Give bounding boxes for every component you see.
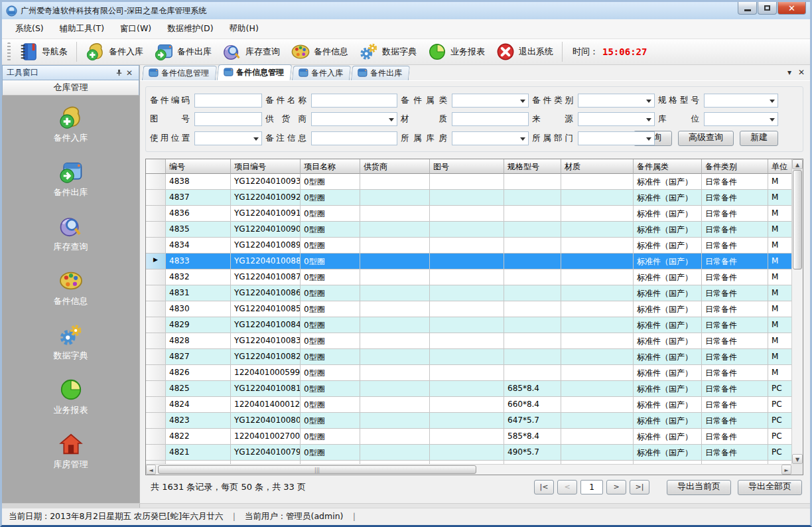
table-row[interactable]: 482612204010005990型圈标准件（国产）日常备件M xyxy=(146,365,791,381)
close-icon[interactable]: ✕ xyxy=(124,68,135,78)
field-select-r1c3[interactable] xyxy=(452,94,529,108)
field-select-r1c5[interactable] xyxy=(704,94,778,108)
field-select-r3c1[interactable] xyxy=(194,131,262,145)
field-select-r2c5[interactable] xyxy=(704,112,778,126)
toolbar-button-4[interactable]: 库存查询 xyxy=(217,40,285,64)
column-header-selector[interactable] xyxy=(146,159,166,174)
table-row[interactable]: 4836YG122040100910型圈标准件（国产）日常备件M xyxy=(146,206,791,222)
menu-item-5[interactable]: 帮助(H) xyxy=(222,20,267,38)
table-row[interactable]: 482212204010027000型圈585*8.4标准件（国产）日常备件PC xyxy=(146,429,791,445)
scroll-right-icon[interactable]: ► xyxy=(781,465,791,475)
cell: PC xyxy=(768,413,791,429)
toolbar-button-7[interactable]: 业务报表 xyxy=(422,40,490,64)
toolbar-button-1[interactable]: 导航条 xyxy=(13,40,73,64)
status-bar: 当前日期 : 2013年8月2日星期五 农历癸巳[蛇]年六月廿六 ｜ 当前用户 … xyxy=(2,508,810,525)
field-input-r2c3[interactable] xyxy=(452,112,529,126)
sidebar-item-7[interactable]: 库房管理 xyxy=(54,431,88,471)
sidebar-item-6[interactable]: 业务报表 xyxy=(54,377,88,416)
field-select-r2c4[interactable] xyxy=(578,112,655,126)
table-row[interactable]: 4837YG122040100920型圈标准件（国产）日常备件M xyxy=(146,190,791,206)
table-row[interactable]: 4829YG122040100840型圈标准件（国产）日常备件M xyxy=(146,317,791,333)
close-button[interactable]: ✕ xyxy=(778,2,806,15)
tab-1[interactable]: 备件信息管理 xyxy=(142,66,217,80)
toolbar-button-3[interactable]: 备件出库 xyxy=(149,40,217,64)
vertical-scroll-thumb[interactable] xyxy=(793,170,802,269)
menu-item-2[interactable]: 辅助工具(T) xyxy=(52,20,112,38)
field-select-r3c4[interactable] xyxy=(578,131,655,145)
column-header-供货商[interactable]: 供货商 xyxy=(360,159,430,174)
new-button[interactable]: 新建 xyxy=(740,131,778,146)
cell: 日常备件 xyxy=(702,222,768,238)
table-row[interactable]: 482412204014000120型圈660*8.4标准件（国产）日常备件PC xyxy=(146,397,791,413)
export-all-pages-button[interactable]: 导出全部页 xyxy=(738,480,802,495)
vertical-scrollbar[interactable]: ▲ ▼ xyxy=(791,159,803,464)
sidebar-item-4[interactable]: 备件信息 xyxy=(54,268,88,307)
warehouse-group-header[interactable]: 仓库管理 xyxy=(2,80,139,96)
minimize-button[interactable] xyxy=(738,2,757,15)
field-input-r3c2[interactable] xyxy=(311,131,397,145)
menu-item-3[interactable]: 窗口(W) xyxy=(112,20,159,38)
field-select-r3c3[interactable] xyxy=(452,131,529,145)
column-header-项目名称[interactable]: 项目名称 xyxy=(301,159,360,174)
prev-page-button[interactable]: < xyxy=(557,480,577,494)
field-select-r1c4[interactable] xyxy=(578,94,655,108)
column-header-备件属类[interactable]: 备件属类 xyxy=(634,159,702,174)
column-header-编号[interactable]: 编号 xyxy=(166,159,231,174)
sidebar-item-3[interactable]: 库存查询 xyxy=(54,214,88,253)
table-row[interactable]: 4828YG122040100830型圈标准件（国产）日常备件M xyxy=(146,333,791,349)
field-input-r2c1[interactable] xyxy=(194,112,262,126)
cell: M xyxy=(768,174,791,190)
search-form-buttons: 查询高级查询新建 xyxy=(658,131,778,146)
table-row[interactable]: 4832YG122040100870型圈标准件（国产）日常备件M xyxy=(146,269,791,285)
sidebar-item-2[interactable]: 备件出库 xyxy=(54,159,88,198)
table-row[interactable]: 4831YG122040100860型圈标准件（国产）日常备件M xyxy=(146,285,791,301)
cell: M xyxy=(768,190,791,206)
tab-4[interactable]: 备件出库 xyxy=(351,66,410,80)
tab-list-chevron-down-icon[interactable]: ▾ xyxy=(787,68,791,77)
maximize-button[interactable] xyxy=(758,2,777,15)
tab-3[interactable]: 备件入库 xyxy=(292,66,351,80)
last-page-button[interactable]: >| xyxy=(630,480,649,494)
table-row[interactable]: 4834YG122040100890型圈标准件（国产）日常备件M xyxy=(146,238,791,254)
table-row[interactable]: ▶4833YG122040100880型圈标准件（国产）日常备件M xyxy=(146,254,791,269)
pin-icon[interactable] xyxy=(113,68,124,78)
column-header-项目编号[interactable]: 项目编号 xyxy=(231,159,301,174)
table-row[interactable]: 4827YG122040100820型圈标准件（国产）日常备件M xyxy=(146,349,791,365)
next-page-button[interactable]: > xyxy=(606,480,626,494)
scroll-down-icon[interactable]: ▼ xyxy=(792,454,803,464)
column-header-材质[interactable]: 材质 xyxy=(561,159,634,174)
table-row[interactable]: 4830YG122040100850型圈标准件（国产）日常备件M xyxy=(146,301,791,317)
toolbar-button-6[interactable]: 数据字典 xyxy=(354,40,422,64)
column-header-单位[interactable]: 单位 xyxy=(768,159,791,174)
menu-item-1[interactable]: 系统(S) xyxy=(7,20,52,38)
toolbar-button-8[interactable]: 退出系统 xyxy=(490,40,559,64)
table-row[interactable]: 4825YG122040100810型圈685*8.4标准件（国产）日常备件PC xyxy=(146,381,791,397)
toolbar-grip[interactable] xyxy=(7,42,11,61)
menu-item-4[interactable]: 数据维护(D) xyxy=(159,20,221,38)
toolbar-button-2[interactable]: 备件入库 xyxy=(80,40,149,64)
table-row[interactable]: 4823YG122040100800型圈647*5.7标准件（国产）日常备件PC xyxy=(146,413,791,429)
horizontal-scrollbar[interactable]: ◄ ► xyxy=(146,464,791,475)
advanced-query-button[interactable]: 高级查询 xyxy=(678,131,734,146)
table-row[interactable]: 4838YG122040100930型圈标准件（国产）日常备件M xyxy=(146,174,791,190)
export-current-page-button[interactable]: 导出当前页 xyxy=(667,480,731,495)
sidebar-item-1[interactable]: 备件入库 xyxy=(54,105,88,144)
first-page-button[interactable]: |< xyxy=(534,480,554,494)
horizontal-scroll-thumb[interactable] xyxy=(158,465,476,474)
table-row[interactable]: 4835YG122040100900型圈标准件（国产）日常备件M xyxy=(146,222,791,238)
tab-close-icon[interactable]: ✕ xyxy=(798,68,805,77)
tab-2[interactable]: 备件信息管理 xyxy=(217,64,293,80)
scroll-left-icon[interactable]: ◄ xyxy=(146,465,156,475)
column-header-规格型号[interactable]: 规格型号 xyxy=(504,159,561,174)
column-header-图号[interactable]: 图号 xyxy=(430,159,504,174)
field-input-r1c2[interactable] xyxy=(311,94,397,108)
field-select-r2c2[interactable] xyxy=(311,112,397,126)
cell xyxy=(360,238,430,254)
page-number-input[interactable]: 1 xyxy=(580,480,603,494)
column-header-备件类别[interactable]: 备件类别 xyxy=(702,159,768,174)
sidebar-item-5[interactable]: 数据字典 xyxy=(54,323,88,362)
table-row[interactable]: 4821YG122040100790型圈490*5.7标准件（国产）日常备件PC xyxy=(146,445,791,461)
field-input-r1c1[interactable] xyxy=(194,94,262,108)
scroll-up-icon[interactable]: ▲ xyxy=(792,159,803,169)
toolbar-button-5[interactable]: 备件信息 xyxy=(285,40,354,64)
